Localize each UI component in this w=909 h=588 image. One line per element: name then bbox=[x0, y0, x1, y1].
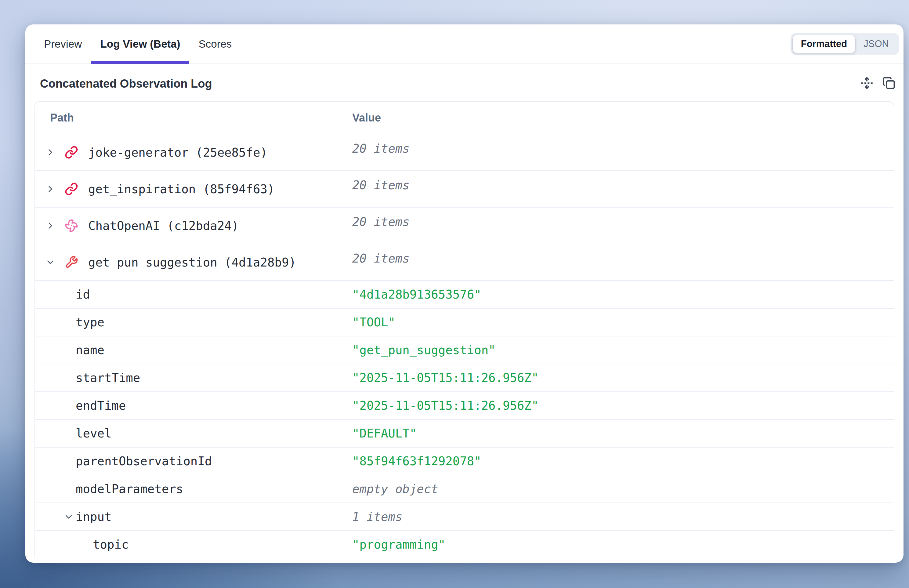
table-row-modelparameters[interactable]: modelParametersempty object bbox=[35, 475, 894, 502]
row-value-string: "DEFAULT" bbox=[352, 426, 417, 440]
row-value-cell: 20 items bbox=[352, 208, 894, 244]
chevron-down-icon[interactable] bbox=[63, 511, 74, 523]
row-value-meta: empty object bbox=[352, 482, 438, 496]
tab-log-view-beta[interactable]: Log View (Beta) bbox=[91, 24, 189, 63]
section-header: Concatenated Observation Log bbox=[40, 77, 896, 90]
row-path-cell: joke-generator (25ee85fe) bbox=[35, 134, 352, 170]
column-header-path: Path bbox=[35, 111, 352, 124]
row-value-meta: 1 items bbox=[352, 510, 402, 523]
tab-bar: PreviewLog View (Beta)Scores FormattedJS… bbox=[25, 24, 904, 64]
fan-icon bbox=[65, 219, 78, 232]
row-path-label: input bbox=[76, 510, 111, 523]
row-path-label: startTime bbox=[76, 371, 140, 384]
row-path-label: topic bbox=[93, 538, 129, 551]
row-value-string: "get_pun_suggestion" bbox=[352, 343, 496, 357]
row-value-string: "2025-11-05T15:11:26.956Z" bbox=[352, 399, 538, 412]
toggle-option-json[interactable]: JSON bbox=[855, 35, 897, 53]
row-value-cell: 20 items bbox=[352, 171, 894, 207]
chevron-right-icon[interactable] bbox=[44, 183, 57, 195]
table-row-endtime[interactable]: endTime"2025-11-05T15:11:26.956Z" bbox=[35, 391, 894, 419]
table-row-id[interactable]: id"4d1a28b913653576" bbox=[35, 280, 894, 308]
chevron-right-icon[interactable] bbox=[44, 220, 57, 232]
table-row-chatopenai-c12bda24[interactable]: ChatOpenAI (c12bda24)20 items bbox=[35, 207, 894, 244]
unfold-vertical-icon bbox=[861, 77, 873, 90]
row-path-cell: startTime bbox=[35, 364, 352, 391]
row-path-cell: topic bbox=[35, 531, 352, 558]
row-path-label: get_pun_suggestion (4d1a28b9) bbox=[88, 255, 296, 269]
row-value-string: "programming" bbox=[352, 538, 446, 551]
row-path-label: joke-generator (25ee85fe) bbox=[88, 145, 267, 159]
row-path-cell: type bbox=[35, 309, 352, 336]
table-row-get-pun-suggestion-4d1a28b9[interactable]: get_pun_suggestion (4d1a28b9)20 items bbox=[35, 244, 894, 280]
row-path-label: name bbox=[76, 343, 104, 357]
row-value-cell: "programming" bbox=[352, 531, 894, 558]
row-path-cell: id bbox=[35, 281, 352, 308]
table-row-parentobservationid[interactable]: parentObservationId"85f94f63f1292078" bbox=[35, 447, 894, 475]
section-title: Concatenated Observation Log bbox=[40, 77, 212, 90]
unfold-vertical-button[interactable] bbox=[860, 77, 873, 90]
row-value-cell: 20 items bbox=[352, 134, 894, 170]
row-path-label: id bbox=[76, 288, 90, 301]
log-view-panel: PreviewLog View (Beta)Scores FormattedJS… bbox=[25, 24, 904, 563]
row-path-label: get_inspiration (85f94f63) bbox=[88, 182, 274, 196]
table-row-name[interactable]: name"get_pun_suggestion" bbox=[35, 336, 894, 363]
row-path-cell: modelParameters bbox=[35, 475, 352, 502]
tab-scores[interactable]: Scores bbox=[189, 24, 241, 63]
chevron-down-icon[interactable] bbox=[44, 256, 57, 268]
row-path-label: modelParameters bbox=[76, 482, 183, 496]
row-path-label: endTime bbox=[76, 399, 126, 412]
link-icon bbox=[65, 182, 78, 196]
row-value-string: "TOOL" bbox=[352, 315, 395, 329]
table-header-row: Path Value bbox=[35, 102, 894, 134]
row-value-cell: "TOOL" bbox=[352, 309, 894, 336]
row-value-cell: "85f94f63f1292078" bbox=[352, 447, 894, 475]
row-value-cell: empty object bbox=[352, 475, 894, 502]
row-value-cell: "2025-11-05T15:11:26.956Z" bbox=[352, 392, 894, 419]
row-value-cell: "DEFAULT" bbox=[352, 420, 894, 447]
row-path-label: level bbox=[76, 426, 111, 440]
table-body: joke-generator (25ee85fe)20 itemsget_ins… bbox=[35, 134, 894, 558]
row-path-cell: get_pun_suggestion (4d1a28b9) bbox=[35, 244, 352, 280]
table-row-level[interactable]: level"DEFAULT" bbox=[35, 419, 894, 447]
row-value-meta: 20 items bbox=[352, 215, 410, 229]
row-value-cell: "get_pun_suggestion" bbox=[352, 336, 894, 363]
row-path-cell: endTime bbox=[35, 392, 352, 419]
chevron-right-icon[interactable] bbox=[44, 146, 57, 158]
row-value-cell: 1 items bbox=[352, 503, 894, 530]
row-value-string: "4d1a28b913653576" bbox=[352, 288, 481, 301]
copy-button[interactable] bbox=[882, 77, 896, 90]
row-value-string: "2025-11-05T15:11:26.956Z" bbox=[352, 371, 538, 384]
row-path-cell: level bbox=[35, 420, 352, 447]
row-value-string: "85f94f63f1292078" bbox=[352, 454, 481, 468]
table-row-type[interactable]: type"TOOL" bbox=[35, 308, 894, 336]
row-value-meta: 20 items bbox=[352, 252, 410, 265]
header-actions bbox=[860, 77, 896, 90]
row-path-cell: ChatOpenAI (c12bda24) bbox=[35, 208, 352, 244]
table-row-joke-generator-25ee85fe[interactable]: joke-generator (25ee85fe)20 items bbox=[35, 134, 894, 170]
column-header-value: Value bbox=[352, 111, 894, 124]
row-value-cell: 20 items bbox=[352, 244, 894, 280]
wrench-icon bbox=[65, 255, 78, 269]
row-path-cell: parentObservationId bbox=[35, 447, 352, 475]
link-icon bbox=[65, 145, 78, 159]
format-toggle: FormattedJSON bbox=[791, 33, 899, 55]
row-value-cell: "2025-11-05T15:11:26.956Z" bbox=[352, 364, 894, 391]
row-path-cell: get_inspiration (85f94f63) bbox=[35, 171, 352, 207]
row-path-cell: input bbox=[35, 503, 352, 530]
toggle-option-formatted[interactable]: Formatted bbox=[793, 35, 856, 53]
table-row-input[interactable]: input1 items bbox=[35, 502, 894, 530]
row-path-label: ChatOpenAI (c12bda24) bbox=[88, 219, 239, 233]
row-path-label: type bbox=[76, 315, 104, 329]
table-row-topic[interactable]: topic"programming" bbox=[35, 530, 894, 558]
table-row-get-inspiration-85f94f63[interactable]: get_inspiration (85f94f63)20 items bbox=[35, 170, 894, 207]
row-path-cell: name bbox=[35, 336, 352, 363]
row-value-meta: 20 items bbox=[352, 178, 410, 192]
tab-preview[interactable]: Preview bbox=[35, 24, 91, 63]
copy-icon bbox=[882, 77, 895, 90]
row-value-meta: 20 items bbox=[352, 142, 410, 155]
row-path-label: parentObservationId bbox=[76, 454, 212, 468]
table-row-starttime[interactable]: startTime"2025-11-05T15:11:26.956Z" bbox=[35, 363, 894, 391]
observation-log-table: Path Value joke-generator (25ee85fe)20 i… bbox=[34, 101, 894, 558]
row-value-cell: "4d1a28b913653576" bbox=[352, 281, 894, 308]
